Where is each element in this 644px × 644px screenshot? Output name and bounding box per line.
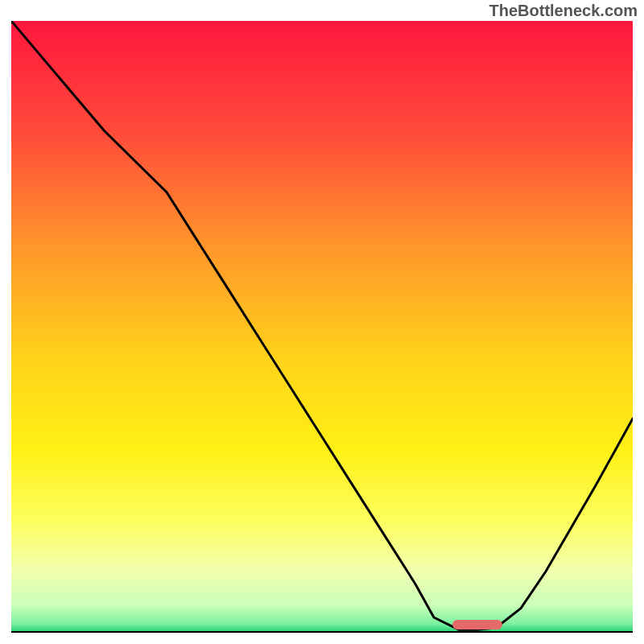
chart-background-gradient bbox=[11, 21, 633, 633]
chart-container bbox=[11, 21, 633, 633]
bottleneck-chart bbox=[11, 21, 633, 633]
watermark-text: TheBottleneck.com bbox=[489, 2, 638, 20]
optimal-range-marker bbox=[452, 620, 502, 630]
